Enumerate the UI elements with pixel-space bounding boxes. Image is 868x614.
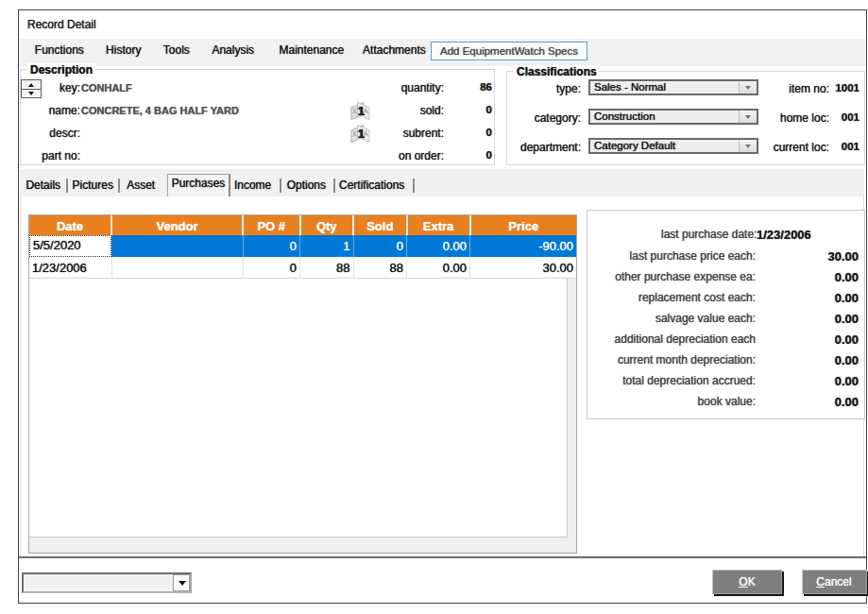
svg-text:1: 1: [358, 105, 365, 118]
svg-text:1: 1: [358, 128, 365, 141]
